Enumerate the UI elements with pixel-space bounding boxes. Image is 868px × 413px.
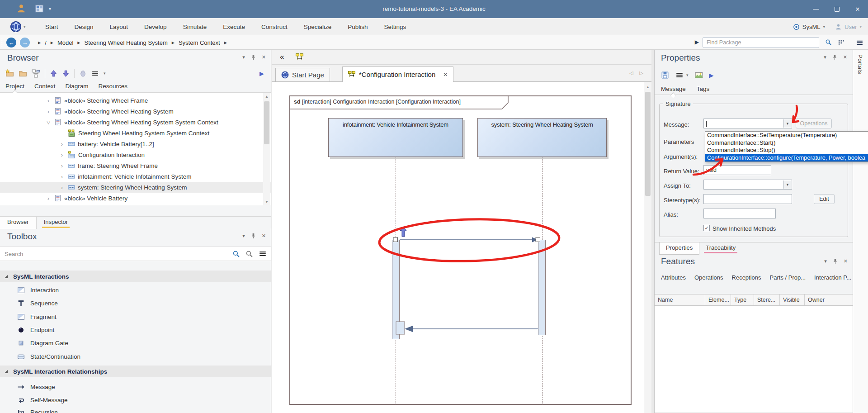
ribbon-tab-construct[interactable]: Construct (261, 24, 288, 30)
toolbar-drag-handle[interactable] (1, 38, 3, 47)
toolbox-search-input[interactable] (0, 247, 271, 261)
save-icon[interactable] (661, 71, 669, 79)
diagram-canvas[interactable]: sd [interaction] Configuration Interacti… (272, 82, 651, 413)
column-element[interactable]: Eleme... (705, 294, 731, 305)
dropdown-option-configure-highlighted[interactable]: ConfigurationInterface::configure(Temper… (705, 154, 868, 162)
assign-to-dropdown-icon[interactable]: ▾ (783, 180, 791, 189)
alias-input[interactable] (703, 209, 776, 218)
scroll-thumb[interactable] (264, 101, 269, 144)
pin-icon[interactable] (251, 233, 256, 239)
perspective-caret-icon[interactable]: ▾ (823, 24, 825, 29)
sequence-diagram-icon[interactable] (296, 53, 304, 61)
pin-icon[interactable] (832, 54, 837, 60)
tab-receptions[interactable]: Receptions (732, 274, 761, 286)
tree-item-block-swhs-system-context[interactable]: ▽ «block» Steering Wheel Heating System … (0, 117, 271, 128)
collapse-tabs-icon[interactable]: « (280, 52, 284, 62)
tree-item-block-vehicle-battery[interactable]: › «block» Vehicle Battery (0, 193, 271, 204)
folder-icon[interactable] (19, 69, 27, 78)
hamburger-icon[interactable] (91, 70, 99, 77)
search-icon[interactable] (825, 39, 832, 46)
toolbox-item-interaction[interactable]: Interaction (0, 284, 271, 297)
toolbox-item-message[interactable]: Message (0, 380, 271, 394)
maximize-button[interactable] (826, 0, 847, 18)
toolbox-menu-caret-icon[interactable]: ▾ (242, 233, 245, 239)
column-type[interactable]: Type (731, 294, 754, 305)
keypad-icon[interactable] (838, 39, 844, 46)
move-up-icon[interactable] (50, 70, 57, 77)
tab-scroll-left-icon[interactable]: ◁ (629, 70, 633, 76)
dropdown-option-settemperature[interactable]: CommandInterface::SetTemperature(Tempera… (705, 132, 868, 139)
close-window-button[interactable]: ✕ (847, 0, 868, 18)
pin-icon[interactable] (251, 54, 256, 60)
hamburger-caret-icon[interactable]: ▾ (104, 71, 106, 76)
tree-item-frame[interactable]: › frame: Steering Wheel Frame (0, 160, 271, 171)
tree-item-context-diagram[interactable]: Steering Wheel Heating System System Con… (0, 128, 271, 138)
edit-button[interactable]: Edit (814, 194, 835, 204)
back-button[interactable]: ← (6, 38, 16, 47)
breadcrumb-steering-wheel-heating-system[interactable]: Steering Wheel Heating System (85, 39, 168, 46)
expand-arrow-icon[interactable]: › (45, 195, 52, 202)
ribbon-tab-simulate[interactable]: Simulate (183, 24, 207, 30)
tab-configuration-interaction[interactable]: *Configuration Interaction ✕ (342, 66, 453, 82)
toolbox-item-state-continuation[interactable]: State/Continuation (0, 350, 271, 363)
new-package-icon[interactable] (5, 69, 14, 78)
tab-context[interactable]: Context (34, 83, 56, 92)
model-tree-icon[interactable] (32, 69, 40, 78)
tab-inspector[interactable]: Inspector (37, 217, 75, 229)
toolbox-item-fragment[interactable]: Fragment (0, 310, 271, 323)
forward-button[interactable]: → (20, 38, 30, 47)
hamburger-caret-icon[interactable]: ▾ (686, 73, 689, 77)
expand-arrow-icon[interactable]: › (59, 184, 65, 191)
column-visible[interactable]: Visible (780, 294, 805, 305)
features-table-body[interactable] (655, 306, 853, 413)
tree-item-configuration-interaction[interactable]: › Configuration Interaction (0, 149, 271, 160)
scroll-up-icon[interactable]: ▲ (644, 84, 651, 90)
tab-properties[interactable]: Properties (659, 242, 699, 255)
ribbon-tab-settings[interactable]: Settings (384, 24, 406, 30)
move-down-icon[interactable] (62, 70, 70, 77)
dropdown-option-stop[interactable]: CommandInterface::Stop() (705, 147, 868, 154)
properties-expand-icon[interactable]: ▶ (709, 72, 714, 79)
tab-traceability[interactable]: Traceability (699, 242, 742, 255)
tree-item-system-selected[interactable]: › system: Steering Wheel Heating System (0, 182, 271, 193)
expand-arrow-icon[interactable]: › (59, 162, 65, 169)
close-icon[interactable]: ✕ (262, 54, 266, 60)
expand-arrow-icon[interactable]: › (59, 152, 65, 158)
toolbox-item-self-message[interactable]: Self-Message (0, 394, 271, 407)
tab-scroll-right-icon[interactable]: ▷ (640, 70, 643, 76)
toolbox-item-endpoint[interactable]: Endpoint (0, 323, 271, 337)
tab-browser[interactable]: Browser (0, 217, 37, 229)
close-tab-icon[interactable]: ✕ (443, 71, 448, 78)
find-package-input[interactable] (703, 37, 819, 48)
tree-item-battery[interactable]: › battery: Vehicle Battery[1..2] (0, 138, 271, 149)
toolbox-group-sysml-interaction-relationships[interactable]: SysML Interaction Relationships (0, 366, 271, 377)
close-icon[interactable]: ✕ (262, 233, 266, 239)
tab-diagram[interactable]: Diagram (66, 83, 89, 92)
scroll-thumb[interactable] (645, 92, 651, 196)
tree-item-block-steering-wheel-heating-system[interactable]: › «block» Steering Wheel Heating System (0, 106, 271, 117)
message-combo[interactable]: ▾ (703, 119, 792, 128)
search-options-icon[interactable] (245, 250, 253, 258)
features-menu-caret-icon[interactable]: ▾ (824, 258, 827, 264)
minimize-button[interactable] (806, 0, 826, 18)
portals-menu-icon[interactable] (856, 39, 863, 47)
ribbon-tab-publish[interactable]: Publish (348, 24, 368, 30)
stereotypes-input[interactable] (703, 194, 792, 204)
tree-scrollbar[interactable]: ▲ ▼ (263, 93, 270, 205)
tab-operations[interactable]: Operations (694, 274, 723, 286)
properties-menu-caret-icon[interactable]: ▾ (824, 54, 826, 60)
ribbon-tab-execute[interactable]: Execute (223, 24, 245, 30)
breadcrumb-model[interactable]: Model (57, 39, 73, 46)
close-icon[interactable]: ✕ (843, 54, 847, 60)
toolbox-group-sysml-interactions[interactable]: SysML Interactions (0, 271, 271, 282)
hand-pointer-icon[interactable] (79, 70, 87, 77)
show-inherited-methods-checkbox[interactable]: ✓ (703, 225, 710, 231)
ribbon-tab-start[interactable]: Start (45, 24, 58, 30)
expand-arrow-icon[interactable]: › (45, 108, 52, 115)
toolbox-item-sequence[interactable]: Sequence (0, 297, 271, 310)
nav-expand-icon[interactable]: ▶ (695, 39, 699, 45)
scroll-up-icon[interactable]: ▲ (263, 93, 270, 100)
user-menu[interactable]: User (844, 24, 857, 30)
tab-tags[interactable]: Tags (697, 85, 710, 95)
ribbon-tab-layout[interactable]: Layout (110, 24, 128, 30)
